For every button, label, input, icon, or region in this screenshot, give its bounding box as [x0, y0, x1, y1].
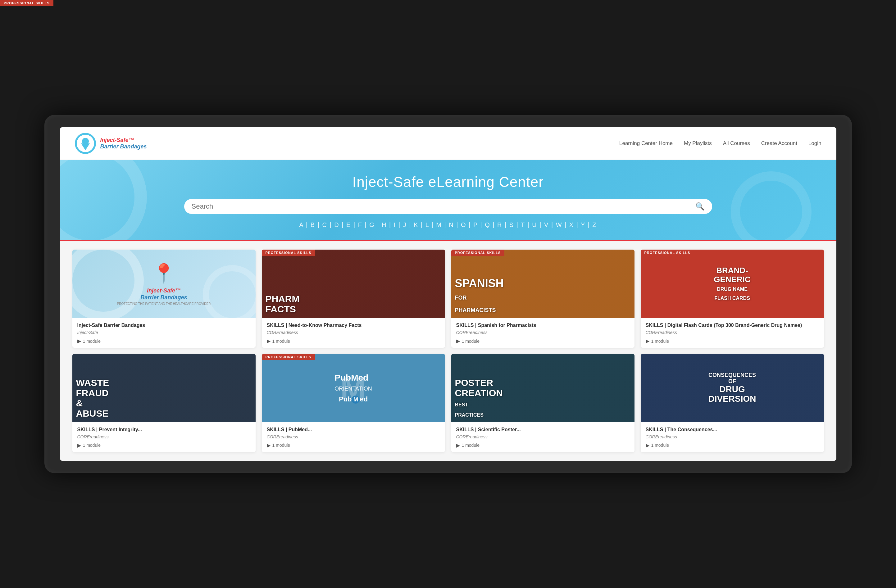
card-title: SKILLS | Spanish for Pharmacists	[456, 322, 629, 329]
logo-text: Inject-Safe™ Barrier Bandages	[100, 137, 147, 150]
card-info-drug: SKILLS | The Consequences... COREreadine…	[641, 422, 824, 452]
thumb-title: SPANISHFORPHARMACISTS	[455, 277, 631, 314]
card-title: SKILLS | Digital Flash Cards (Top 300 Br…	[646, 322, 819, 329]
module-count: 1 module	[462, 443, 480, 448]
card-title: SKILLS | PubMed...	[267, 427, 440, 433]
nav-learning-center[interactable]: Learning Center Home	[619, 140, 673, 146]
card-modules: ▶ 1 module	[267, 338, 440, 344]
pubmed-brand: PubMed	[339, 395, 368, 404]
nav-my-playlists[interactable]: My Playlists	[684, 140, 712, 146]
card-title: Inject-Safe Barrier Bandages	[77, 322, 251, 329]
thumb-pharm: PROFESSIONAL SKILLS PHARMFACTS	[262, 250, 445, 318]
brand-bottom: Barrier Bandages	[100, 143, 147, 150]
play-icon: ▶	[77, 442, 81, 448]
card-modules: ▶ 1 module	[456, 338, 629, 344]
card-author: COREreadiness	[456, 434, 629, 439]
thumb-spanish: PROFESSIONAL SKILLS SPANISHFORPHARMACIST…	[451, 250, 634, 318]
nav-links: Learning Center Home My Playlists All Co…	[619, 140, 821, 146]
course-grid: 📍 Inject-Safe™ Barrier Bandages Protecti…	[60, 241, 837, 461]
card-author: Inject-Safe	[77, 330, 251, 335]
nav-login[interactable]: Login	[808, 140, 821, 146]
logo-area: Inject-Safe™ Barrier Bandages	[75, 133, 147, 154]
search-input[interactable]	[192, 203, 695, 210]
course-card-pubmed[interactable]: PROFESSIONAL SKILLS M PubMedORIENTATION …	[262, 354, 445, 452]
search-bar: 🔍	[184, 199, 712, 214]
thumb-poster: PROFESSIONAL SKILLS POSTERCREATIONBESTPR…	[451, 354, 634, 422]
thumb-tagline: Protecting the Patient and the Healthcar…	[117, 302, 211, 306]
hero-title: Inject-Safe eLearning Center	[75, 174, 821, 190]
play-icon: ▶	[646, 442, 649, 448]
thumb-brand: PROFESSIONAL SKILLS BRAND-GENERICDRUG NA…	[641, 250, 824, 318]
card-author: COREreadiness	[267, 434, 440, 439]
search-button[interactable]: 🔍	[695, 202, 705, 211]
course-card-brand-generic[interactable]: PROFESSIONAL SKILLS BRAND-GENERICDRUG NA…	[641, 250, 824, 348]
card-title: SKILLS | Need-to-Know Pharmacy Facts	[267, 322, 440, 329]
prof-skills-badge: PROFESSIONAL SKILLS	[262, 354, 315, 360]
card-modules: ▶ 1 module	[646, 338, 819, 344]
card-info-brand: SKILLS | Digital Flash Cards (Top 300 Br…	[641, 318, 824, 348]
thumb-brand-bottom: Barrier Bandages	[140, 294, 187, 301]
thumb-brand-top: Inject-Safe™	[147, 288, 181, 294]
hero-banner: Inject-Safe eLearning Center 🔍 A | B | C…	[60, 160, 837, 240]
module-count: 1 module	[462, 339, 480, 344]
thumb-pubmed: PROFESSIONAL SKILLS M PubMedORIENTATION …	[262, 354, 445, 422]
card-info-waste: SKILLS | Prevent Integrity... COREreadin…	[72, 422, 256, 452]
card-modules: ▶ 1 module	[646, 442, 819, 448]
prof-skills-badge: PROFESSIONAL SKILLS	[451, 250, 505, 256]
thumb-waste: PROFESSIONAL SKILLS WASTEFRAUD&ABUSE	[72, 354, 256, 422]
logo-icon	[75, 133, 96, 154]
thumb-title: POSTERCREATIONBESTPRACTICES	[455, 378, 631, 419]
card-info-spanish: SKILLS | Spanish for Pharmacists CORErea…	[451, 318, 634, 348]
pubmed-title: PubMedORIENTATION	[334, 373, 372, 393]
card-title: SKILLS | Prevent Integrity...	[77, 427, 251, 433]
course-card-spanish[interactable]: PROFESSIONAL SKILLS SPANISHFORPHARMACIST…	[451, 250, 634, 348]
card-modules: ▶ 1 module	[77, 338, 251, 344]
thumb-title: PHARMFACTS	[265, 294, 441, 314]
module-count: 1 module	[83, 443, 101, 448]
card-title: SKILLS | The Consequences...	[646, 427, 819, 433]
prof-skills-badge: PROFESSIONAL SKILLS	[262, 250, 315, 256]
brand-top: Inject-Safe™	[100, 137, 147, 143]
card-modules: ▶ 1 module	[77, 442, 251, 448]
thumb-title: WASTEFRAUD&ABUSE	[76, 378, 252, 419]
course-card-pharm-facts[interactable]: PROFESSIONAL SKILLS PHARMFACTS SKILLS | …	[262, 250, 445, 348]
alphabet-nav[interactable]: A | B | C | D | E | F | G | H | I | J | …	[75, 221, 821, 228]
device-frame: Inject-Safe™ Barrier Bandages Learning C…	[44, 115, 852, 473]
play-icon: ▶	[646, 338, 649, 344]
card-title: SKILLS | Scientific Poster...	[456, 427, 629, 433]
course-card-drug-diversion[interactable]: PROFESSIONAL SKILLS CONSEQUENCESOFDRUGDI…	[641, 354, 824, 452]
course-card-inject-safe[interactable]: 📍 Inject-Safe™ Barrier Bandages Protecti…	[72, 250, 256, 348]
nav-create-account[interactable]: Create Account	[761, 140, 797, 146]
play-icon: ▶	[456, 338, 460, 344]
pin-icon: 📍	[152, 262, 175, 284]
card-info-pharm: SKILLS | Need-to-Know Pharmacy Facts COR…	[262, 318, 445, 348]
card-author: COREreadiness	[456, 330, 629, 335]
thumb-inject: 📍 Inject-Safe™ Barrier Bandages Protecti…	[72, 250, 256, 318]
nav-all-courses[interactable]: All Courses	[723, 140, 750, 146]
play-icon: ▶	[77, 338, 81, 344]
card-info-pubmed: SKILLS | PubMed... COREreadiness ▶ 1 mod…	[262, 422, 445, 452]
module-count: 1 module	[272, 339, 290, 344]
prof-skills-badge: PROFESSIONAL SKILLS	[641, 250, 694, 256]
thumb-drug: PROFESSIONAL SKILLS CONSEQUENCESOFDRUGDI…	[641, 354, 824, 422]
module-count: 1 module	[651, 443, 669, 448]
course-card-waste-fraud[interactable]: PROFESSIONAL SKILLS WASTEFRAUD&ABUSE SKI…	[72, 354, 256, 452]
screen: Inject-Safe™ Barrier Bandages Learning C…	[60, 127, 837, 461]
play-icon: ▶	[267, 442, 271, 448]
module-count: 1 module	[272, 443, 290, 448]
module-count: 1 module	[651, 339, 669, 344]
thumb-title: CONSEQUENCESOFDRUGDIVERSION	[708, 372, 756, 404]
card-info-inject: Inject-Safe Barrier Bandages Inject-Safe…	[72, 318, 256, 348]
module-count: 1 module	[83, 339, 101, 344]
card-modules: ▶ 1 module	[456, 442, 629, 448]
thumb-title: BRAND-GENERICDRUG NAMEFLASH CARDS	[646, 266, 819, 302]
card-author: COREreadiness	[646, 434, 819, 439]
card-author: COREreadiness	[646, 330, 819, 335]
card-info-poster: SKILLS | Scientific Poster... COREreadin…	[451, 422, 634, 452]
header: Inject-Safe™ Barrier Bandages Learning C…	[60, 127, 837, 160]
card-author: COREreadiness	[77, 434, 251, 439]
course-card-poster[interactable]: PROFESSIONAL SKILLS POSTERCREATIONBESTPR…	[451, 354, 634, 452]
play-icon: ▶	[267, 338, 271, 344]
card-author: COREreadiness	[267, 330, 440, 335]
card-modules: ▶ 1 module	[267, 442, 440, 448]
